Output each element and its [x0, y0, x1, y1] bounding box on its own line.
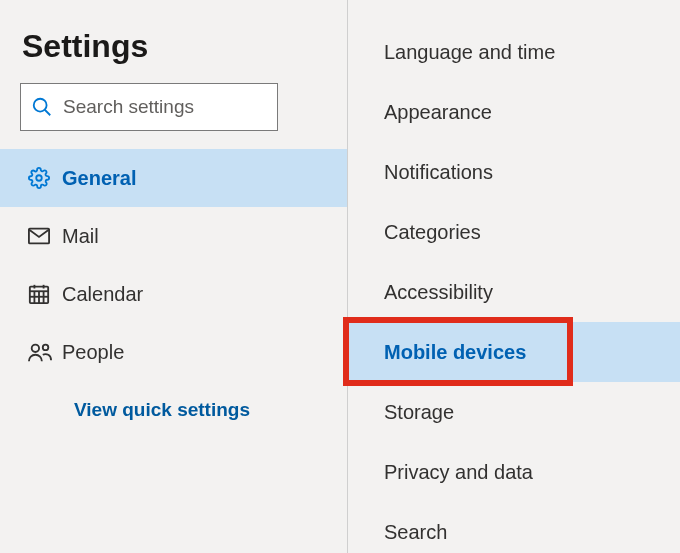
sub-item-notifications[interactable]: Notifications	[348, 142, 680, 202]
search-container	[20, 83, 327, 131]
nav-item-label: Calendar	[62, 283, 143, 306]
sub-item-categories[interactable]: Categories	[348, 202, 680, 262]
sub-item-search[interactable]: Search	[348, 502, 680, 553]
settings-category-list: General Mail	[0, 149, 347, 381]
settings-right-pane: Language and time Appearance Notificatio…	[348, 0, 680, 553]
nav-item-label: People	[62, 341, 124, 364]
nav-item-label: General	[62, 167, 136, 190]
svg-point-13	[43, 345, 49, 351]
sub-item-label: Accessibility	[384, 281, 493, 304]
people-icon	[28, 341, 62, 363]
settings-left-pane: Settings General	[0, 0, 348, 553]
sub-item-label: Categories	[384, 221, 481, 244]
nav-item-calendar[interactable]: Calendar	[0, 265, 347, 323]
sub-item-label: Language and time	[384, 41, 555, 64]
sub-item-label: Appearance	[384, 101, 492, 124]
sub-item-language-and-time[interactable]: Language and time	[348, 22, 680, 82]
sub-item-appearance[interactable]: Appearance	[348, 82, 680, 142]
sub-item-label: Notifications	[384, 161, 493, 184]
calendar-icon	[28, 283, 62, 305]
search-input[interactable]	[63, 96, 300, 118]
search-box[interactable]	[20, 83, 278, 131]
svg-point-12	[32, 345, 39, 352]
sub-item-accessibility[interactable]: Accessibility	[348, 262, 680, 322]
svg-point-2	[36, 175, 42, 181]
general-settings-list: Language and time Appearance Notificatio…	[348, 22, 680, 553]
search-icon	[31, 96, 53, 118]
sub-item-mobile-devices[interactable]: Mobile devices	[348, 322, 680, 382]
gear-icon	[28, 167, 62, 189]
sub-item-label: Mobile devices	[384, 341, 526, 364]
view-quick-settings-link[interactable]: View quick settings	[74, 399, 250, 420]
svg-point-0	[34, 99, 47, 112]
quick-settings-wrap: View quick settings	[0, 381, 347, 421]
nav-item-people[interactable]: People	[0, 323, 347, 381]
sub-item-label: Storage	[384, 401, 454, 424]
sub-item-label: Search	[384, 521, 447, 544]
mail-icon	[28, 227, 62, 245]
sub-item-storage[interactable]: Storage	[348, 382, 680, 442]
svg-line-1	[45, 110, 51, 116]
page-title: Settings	[0, 18, 347, 83]
nav-item-mail[interactable]: Mail	[0, 207, 347, 265]
nav-item-general[interactable]: General	[0, 149, 347, 207]
sub-item-label: Privacy and data	[384, 461, 533, 484]
nav-item-label: Mail	[62, 225, 99, 248]
sub-item-privacy-and-data[interactable]: Privacy and data	[348, 442, 680, 502]
